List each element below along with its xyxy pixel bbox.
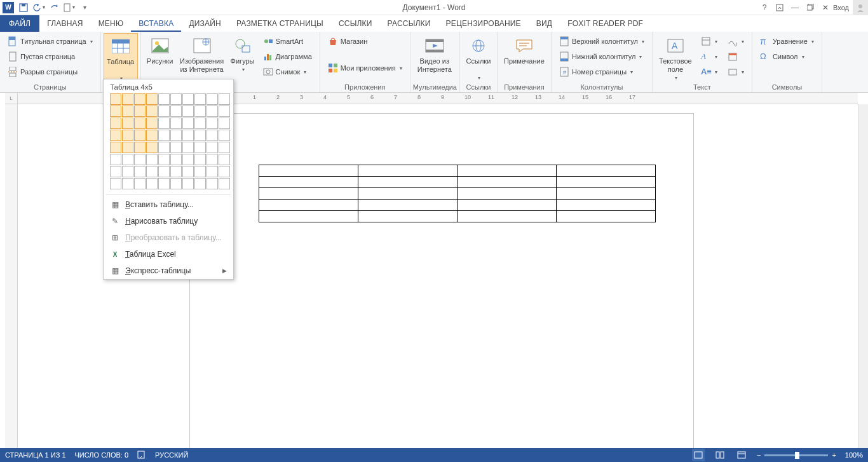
pictures-button[interactable]: Рисунки [144, 33, 177, 65]
save-button[interactable] [17, 1, 31, 15]
table-size-grid[interactable] [104, 93, 233, 193]
group-title: Ссылки [463, 83, 494, 92]
restore-button[interactable] [803, 0, 818, 15]
table-insert-popup: Таблица 4x5 ▦ВВставить таблицу...ставить… [103, 79, 234, 280]
quick-tables-item[interactable]: ▦Экспресс-таблицы▶ [104, 262, 233, 279]
blank-page-button[interactable]: Пустая страница [5, 50, 95, 64]
popup-title: Таблица 4x5 [104, 79, 233, 93]
tab-menu[interactable]: Меню [91, 15, 132, 32]
online-pictures-button[interactable]: Изображения из Интернета [177, 33, 227, 74]
quickparts-button[interactable]: ▾ [698, 34, 720, 48]
insert-table-item[interactable]: ▦ВВставить таблицу...ставить таблицу... [104, 196, 233, 213]
group-pages: Титульная страница▾ Пустая страница Разр… [0, 32, 101, 92]
ribbon-tabs: ФАЙЛ ГЛАВНАЯ Меню ВСТАВКА ДИЗАЙН РАЗМЕТК… [0, 15, 868, 32]
tab-references[interactable]: ССЫЛКИ [331, 15, 380, 32]
tab-foxit[interactable]: Foxit Reader PDF [560, 15, 651, 32]
undo-button[interactable]: ▾ [32, 1, 46, 15]
status-page[interactable]: СТРАНИЦА 1 ИЗ 1 [5, 451, 66, 459]
symbol-icon: Ω [760, 51, 770, 62]
minimize-button[interactable]: — [787, 0, 803, 15]
window-controls: ? — ✕ Вход [757, 0, 868, 15]
status-wordcount[interactable]: ЧИСЛО СЛОВ: 0 [75, 451, 129, 459]
zoom-level[interactable]: 100% [845, 451, 863, 459]
zoom-slider[interactable]: − + [757, 451, 836, 459]
online-pictures-icon [192, 36, 212, 56]
view-read-mode[interactable] [714, 449, 726, 461]
links-button[interactable]: Ссылки▾ [463, 33, 494, 82]
object-button[interactable]: ▾ [725, 65, 747, 79]
close-button[interactable]: ✕ [818, 0, 833, 15]
new-doc-button[interactable]: ▾ [62, 1, 76, 15]
slider-track[interactable] [764, 454, 828, 456]
symbol-button[interactable]: ΩСимвол▾ [757, 50, 817, 64]
zoom-out-button[interactable]: − [757, 451, 761, 459]
signature-button[interactable]: ▾ [725, 34, 747, 48]
user-avatar[interactable] [853, 0, 868, 15]
scrollbar-vertical[interactable] [858, 104, 868, 448]
zoom-in-button[interactable]: + [832, 451, 836, 459]
screenshot-button[interactable]: Снимок▾ [261, 65, 315, 79]
cover-page-button[interactable]: Титульная страница▾ [5, 34, 95, 48]
equation-button[interactable]: πУравнение▾ [757, 34, 817, 48]
ribbon-display-options[interactable] [772, 0, 787, 15]
store-button[interactable]: Магазин [325, 34, 405, 48]
label: Текстовое поле [656, 57, 695, 74]
tab-home[interactable]: ГЛАВНАЯ [39, 15, 90, 32]
draw-table-item[interactable]: ✎Нарисовать таблицу [104, 213, 233, 229]
comment-button[interactable]: Примечание [500, 33, 548, 65]
svg-rect-59 [716, 452, 719, 458]
tab-mailings[interactable]: РАССЫЛКИ [380, 15, 438, 32]
online-video-button[interactable]: Видео из Интернета [413, 33, 456, 74]
signin-label[interactable]: Вход [833, 4, 849, 11]
footer-button[interactable]: Нижний колонтитул▾ [557, 50, 647, 64]
svg-rect-26 [269, 39, 273, 43]
shapes-icon [233, 36, 253, 56]
wordart-button[interactable]: A▾ [698, 50, 720, 64]
tab-review[interactable]: РЕЦЕНЗИРОВАНИЕ [438, 15, 529, 32]
label: Номер страницы [572, 68, 627, 76]
textbox-button[interactable]: AТекстовое поле▾ [655, 33, 696, 82]
svg-rect-5 [807, 5, 812, 10]
object-icon [728, 67, 738, 77]
store-icon [328, 36, 338, 46]
status-proofing-icon[interactable] [137, 450, 146, 460]
label: Символ [773, 53, 798, 60]
shapes-button[interactable]: Фигуры▾ [227, 33, 258, 74]
svg-point-25 [264, 39, 268, 43]
view-print-layout[interactable] [692, 449, 705, 461]
group-title: Примечания [500, 83, 548, 92]
help-button[interactable]: ? [757, 0, 772, 15]
page-break-button[interactable]: Разрыв страницы [5, 65, 95, 79]
svg-rect-52 [702, 37, 710, 45]
slider-thumb[interactable] [795, 452, 799, 459]
dropcap-button[interactable]: A≡▾ [698, 65, 720, 79]
datetime-button[interactable] [725, 50, 747, 64]
tab-insert[interactable]: ВСТАВКА [131, 15, 181, 32]
tab-file[interactable]: ФАЙЛ [0, 15, 39, 32]
label: Примечание [504, 57, 545, 65]
svg-rect-28 [267, 54, 269, 60]
smartart-icon [263, 36, 273, 46]
myapps-button[interactable]: Мои приложения▾ [325, 61, 405, 75]
tab-view[interactable]: ВИД [529, 15, 560, 32]
smartart-button[interactable]: SmartArt [261, 34, 315, 48]
chart-button[interactable]: Диаграмма [261, 50, 315, 64]
picture-icon [150, 36, 170, 56]
excel-table-item[interactable]: XТаблица Excel [104, 246, 233, 262]
status-language[interactable]: РУССКИЙ [155, 451, 188, 459]
ruler-corner[interactable]: L [5, 93, 18, 104]
convert-text-item: ⊞Преобразовать в таблицу... [104, 229, 233, 246]
redo-button[interactable] [47, 1, 61, 15]
ruler-vertical[interactable] [5, 104, 18, 448]
header-button[interactable]: Верхний колонтитул▾ [557, 34, 647, 48]
tab-layout[interactable]: РАЗМЕТКА СТРАНИЦЫ [229, 15, 331, 32]
svg-rect-56 [729, 69, 736, 75]
svg-rect-58 [695, 452, 702, 458]
view-web-layout[interactable] [735, 449, 748, 461]
titlebar: W ▾ ▾ ▾ Документ1 - Word ? — ✕ Вход [0, 0, 868, 15]
textbox-icon: A [665, 36, 686, 56]
page-number-button[interactable]: #Номер страницы▾ [557, 65, 647, 79]
qat-customize[interactable]: ▾ [78, 1, 92, 15]
table-button[interactable]: Таблица▾ [104, 33, 138, 83]
tab-design[interactable]: ДИЗАЙН [181, 15, 229, 32]
